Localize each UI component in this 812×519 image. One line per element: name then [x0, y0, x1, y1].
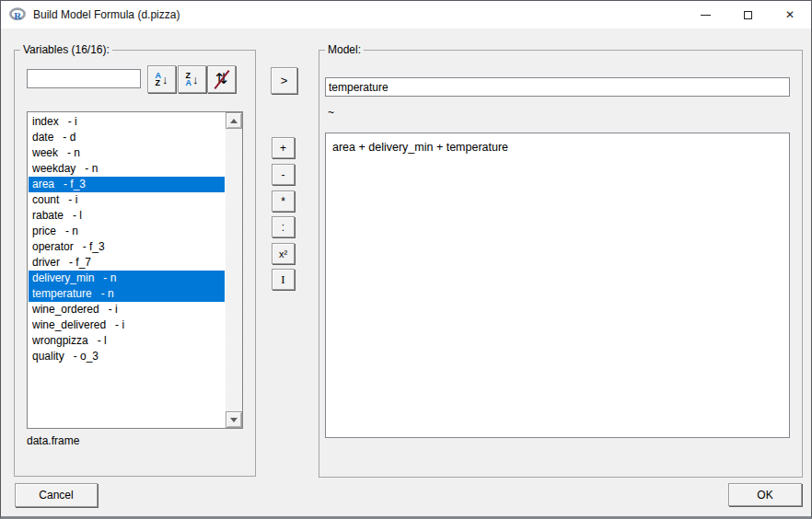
sort-az-icon: A Z [156, 72, 162, 86]
variables-list: index - i date - d week - n weekday - n … [29, 114, 225, 364]
r-logo-icon: R [9, 6, 26, 23]
maximize-icon [744, 11, 752, 19]
down-arrow-icon: ↓ [192, 74, 199, 86]
scrollbar-track[interactable] [226, 112, 242, 428]
scroll-down-button[interactable] [226, 411, 242, 428]
list-item[interactable]: driver - f_7 [29, 255, 225, 271]
variables-filter-input[interactable] [27, 69, 141, 88]
scrollbar[interactable] [226, 112, 242, 428]
list-item-selected[interactable]: temperature - n [29, 286, 225, 302]
transfer-button[interactable]: > [271, 67, 297, 94]
list-item[interactable]: rabate - l [29, 208, 225, 224]
sort-za-bottom-letter: A [186, 79, 192, 86]
add-operator-button[interactable]: + [272, 137, 295, 158]
window-title: Build Model Formula (d.pizza) [33, 8, 180, 21]
interaction-operator-button[interactable]: : [272, 216, 295, 237]
sort-descending-button[interactable]: Z A ↓ [178, 65, 206, 93]
model-formula-textarea[interactable]: area + delivery_min + temperature [325, 133, 790, 438]
list-item[interactable]: wine_delivered - i [29, 317, 225, 333]
variables-groupbox-label: Variables (16/16): [20, 43, 112, 56]
dialog-window: R Build Model Formula (d.pizza) ✕ Variab… [0, 0, 812, 519]
model-response-input[interactable] [325, 77, 790, 97]
dataset-type-label: data.frame [27, 434, 79, 447]
multiply-operator-button[interactable]: * [272, 190, 295, 212]
list-item[interactable]: operator - f_3 [29, 239, 225, 255]
sort-ascending-button[interactable]: A Z ↓ [147, 65, 176, 93]
ok-button[interactable]: OK [728, 483, 802, 506]
cancel-button[interactable]: Cancel [15, 483, 98, 507]
titlebar[interactable]: R Build Model Formula (d.pizza) ✕ [1, 1, 811, 29]
maximize-button[interactable] [726, 1, 769, 29]
square-operator-button[interactable]: x² [272, 243, 295, 264]
list-item[interactable]: date - d [29, 130, 225, 145]
list-item[interactable]: wine_ordered - i [29, 302, 225, 317]
close-button[interactable]: ✕ [769, 1, 811, 29]
minimize-button[interactable] [684, 1, 726, 29]
sort-za-icon: Z A [186, 72, 192, 86]
scroll-up-icon [230, 119, 238, 123]
list-item-selected[interactable]: delivery_min - n [29, 271, 225, 286]
list-item[interactable]: wrongpizza - l [29, 333, 225, 349]
model-groupbox-label: Model: [325, 43, 364, 56]
down-arrow-icon: ↓ [162, 74, 168, 86]
minimize-icon [701, 15, 711, 16]
identity-operator-button[interactable]: I [272, 269, 295, 290]
list-item[interactable]: count - i [29, 192, 225, 208]
list-item[interactable]: weekday - n [29, 161, 225, 177]
list-item[interactable]: index - i [29, 114, 225, 130]
svg-text:R: R [14, 10, 22, 21]
sort-clear-button[interactable]: ⇅ [207, 65, 236, 93]
tilde-label: ~ [328, 106, 334, 119]
subtract-operator-button[interactable]: - [272, 164, 295, 185]
sort-az-bottom-letter: Z [156, 79, 162, 86]
list-item[interactable]: quality - o_3 [29, 349, 225, 364]
list-item[interactable]: week - n [29, 145, 225, 161]
scroll-down-icon [230, 418, 238, 422]
variables-listbox: index - i date - d week - n weekday - n … [27, 111, 243, 429]
close-icon: ✕ [785, 9, 795, 20]
window-controls: ✕ [684, 1, 811, 29]
list-item[interactable]: price - n [29, 224, 225, 239]
list-item-selected[interactable]: area - f_3 [29, 177, 225, 192]
scroll-up-button[interactable] [226, 112, 242, 129]
